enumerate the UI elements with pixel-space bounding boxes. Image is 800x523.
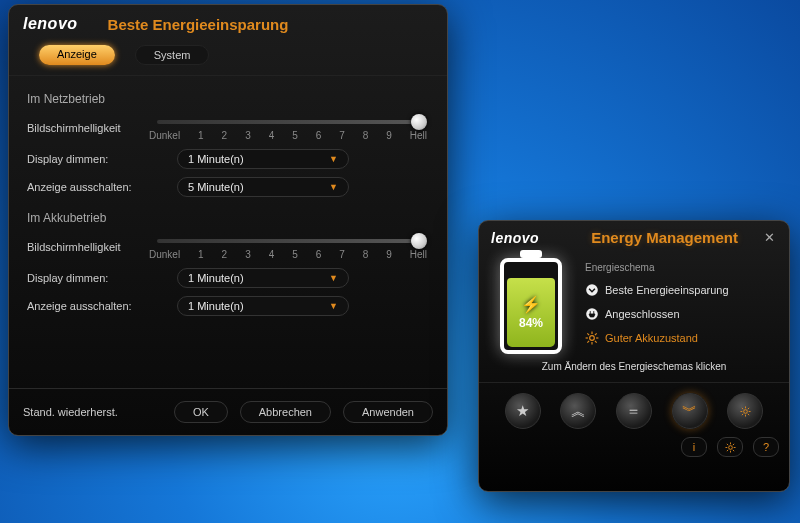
dropdown-value: 1 Minute(n) bbox=[188, 300, 244, 312]
row-dim-plugged: Display dimmen: 1 Minute(n) ▼ bbox=[27, 149, 429, 169]
dropdown-value: 1 Minute(n) bbox=[188, 153, 244, 165]
dropdown-value: 1 Minute(n) bbox=[188, 272, 244, 284]
group-title-plugged: Im Netzbetrieb bbox=[27, 92, 429, 106]
chevron-down-icon: ▼ bbox=[329, 154, 338, 164]
info-button[interactable]: i bbox=[681, 437, 707, 457]
scheme-balanced-button[interactable]: ＝ bbox=[616, 393, 652, 429]
row-brightness-plugged: Bildschirmhelligkeit Dunkel123456789Hell bbox=[27, 114, 429, 141]
chevron-down-circle-icon bbox=[585, 283, 599, 297]
label-dim-battery: Display dimmen: bbox=[27, 272, 147, 284]
svg-point-20 bbox=[728, 445, 732, 449]
group-title-battery: Im Akkubetrieb bbox=[27, 211, 429, 225]
svg-line-27 bbox=[726, 449, 727, 450]
label-off-plugged: Anzeige ausschalten: bbox=[27, 181, 147, 193]
close-button[interactable]: ✕ bbox=[760, 230, 779, 245]
svg-line-9 bbox=[587, 341, 589, 343]
dropdown-off-plugged[interactable]: 5 Minute(n) ▼ bbox=[177, 177, 349, 197]
bolt-icon: ⚡ bbox=[521, 295, 541, 314]
settings-button[interactable] bbox=[717, 437, 743, 457]
svg-line-26 bbox=[732, 449, 733, 450]
slider-tick: 6 bbox=[316, 130, 322, 141]
label-brightness-plugged: Bildschirmhelligkeit bbox=[27, 122, 147, 134]
chevron-down-icon: ▼ bbox=[329, 273, 338, 283]
svg-line-17 bbox=[748, 413, 749, 414]
svg-point-2 bbox=[590, 336, 595, 341]
cancel-button[interactable]: Abbrechen bbox=[240, 401, 331, 423]
slider-tick: 2 bbox=[222, 130, 228, 141]
tab-system[interactable]: System bbox=[135, 45, 210, 65]
slider-tick: 8 bbox=[363, 249, 369, 260]
apply-button[interactable]: Anwenden bbox=[343, 401, 433, 423]
row-dim-battery: Display dimmen: 1 Minute(n) ▼ bbox=[27, 268, 429, 288]
battery-fill: ⚡ 84% bbox=[507, 278, 555, 347]
plugged-line: Angeschlossen bbox=[585, 307, 777, 321]
slider-tick: 1 bbox=[198, 130, 204, 141]
battery-percent: 84% bbox=[519, 316, 543, 330]
svg-line-19 bbox=[748, 407, 749, 408]
ok-button[interactable]: OK bbox=[174, 401, 228, 423]
scheme-heading: Energieschema bbox=[585, 262, 777, 273]
brightness-slider-plugged[interactable]: Dunkel123456789Hell bbox=[147, 114, 429, 141]
restore-defaults-button[interactable]: Stand. wiederherst. bbox=[23, 406, 118, 418]
slider-tick: 9 bbox=[386, 130, 392, 141]
slider-tick: Hell bbox=[410, 130, 427, 141]
gear-icon bbox=[725, 442, 736, 453]
chevron-down-icon: ▼ bbox=[329, 301, 338, 311]
slider-tick: 3 bbox=[245, 249, 251, 260]
scheme-buttons: ★ ︽ ＝ ︾ bbox=[479, 382, 789, 433]
label-off-battery: Anzeige ausschalten: bbox=[27, 300, 147, 312]
svg-line-8 bbox=[595, 341, 597, 343]
slider-tick: 3 bbox=[245, 130, 251, 141]
tabs: Anzeige System bbox=[9, 39, 447, 76]
scheme-hint: Zum Ändern des Energieschemas klicken bbox=[479, 361, 789, 372]
settings-header: lenovo Beste Energieeinsparung bbox=[9, 5, 447, 39]
scheme-line[interactable]: Beste Energieeinsparung bbox=[585, 283, 777, 297]
slider-tick: 7 bbox=[339, 249, 345, 260]
svg-line-10 bbox=[595, 333, 597, 335]
power-settings-window: lenovo Beste Energieeinsparung Anzeige S… bbox=[8, 4, 448, 436]
scheme-star-button[interactable]: ★ bbox=[505, 393, 541, 429]
dropdown-dim-plugged[interactable]: 1 Minute(n) ▼ bbox=[177, 149, 349, 169]
slider-tick: Dunkel bbox=[149, 249, 180, 260]
slider-track[interactable] bbox=[157, 120, 419, 124]
gear-icon bbox=[740, 406, 751, 417]
tab-display[interactable]: Anzeige bbox=[39, 45, 115, 65]
dropdown-dim-battery[interactable]: 1 Minute(n) ▼ bbox=[177, 268, 349, 288]
slider-tick: 2 bbox=[222, 249, 228, 260]
label-dim-plugged: Display dimmen: bbox=[27, 153, 147, 165]
slider-track[interactable] bbox=[157, 239, 419, 243]
dropdown-value: 5 Minute(n) bbox=[188, 181, 244, 193]
dropdown-off-battery[interactable]: 1 Minute(n) ▼ bbox=[177, 296, 349, 316]
gear-icon bbox=[585, 331, 599, 345]
slider-tick: 6 bbox=[316, 249, 322, 260]
settings-title: Beste Energieeinsparung bbox=[108, 16, 289, 33]
svg-line-7 bbox=[587, 333, 589, 335]
svg-line-18 bbox=[742, 413, 743, 414]
brightness-slider-battery[interactable]: Dunkel123456789Hell bbox=[147, 233, 429, 260]
scheme-custom-button[interactable] bbox=[727, 393, 763, 429]
plug-icon bbox=[585, 307, 599, 321]
slider-tick: 5 bbox=[292, 249, 298, 260]
plugged-text: Angeschlossen bbox=[605, 308, 680, 320]
chevron-down-icon: ▼ bbox=[329, 182, 338, 192]
battery-icon: ⚡ 84% bbox=[500, 258, 562, 354]
slider-thumb[interactable] bbox=[411, 114, 427, 130]
settings-footer: Stand. wiederherst. OK Abbrechen Anwende… bbox=[9, 388, 447, 435]
widget-body: ⚡ 84% Energieschema Beste Energieeinspar… bbox=[479, 250, 789, 355]
slider-tick: 7 bbox=[339, 130, 345, 141]
help-button[interactable]: ? bbox=[753, 437, 779, 457]
status-column: Energieschema Beste Energieeinsparung An… bbox=[585, 258, 777, 355]
scheme-performance-button[interactable]: ︽ bbox=[560, 393, 596, 429]
svg-line-25 bbox=[726, 443, 727, 444]
scheme-powersaver-button[interactable]: ︾ bbox=[672, 393, 708, 429]
slider-thumb[interactable] bbox=[411, 233, 427, 249]
slider-tick: 4 bbox=[269, 130, 275, 141]
lenovo-logo: lenovo bbox=[491, 230, 539, 246]
slider-tick: 8 bbox=[363, 130, 369, 141]
row-brightness-battery: Bildschirmhelligkeit Dunkel123456789Hell bbox=[27, 233, 429, 260]
slider-tick: 4 bbox=[269, 249, 275, 260]
slider-tick: 9 bbox=[386, 249, 392, 260]
svg-point-0 bbox=[586, 284, 598, 296]
battery-graphic: ⚡ 84% bbox=[491, 258, 571, 355]
svg-point-11 bbox=[743, 409, 747, 413]
